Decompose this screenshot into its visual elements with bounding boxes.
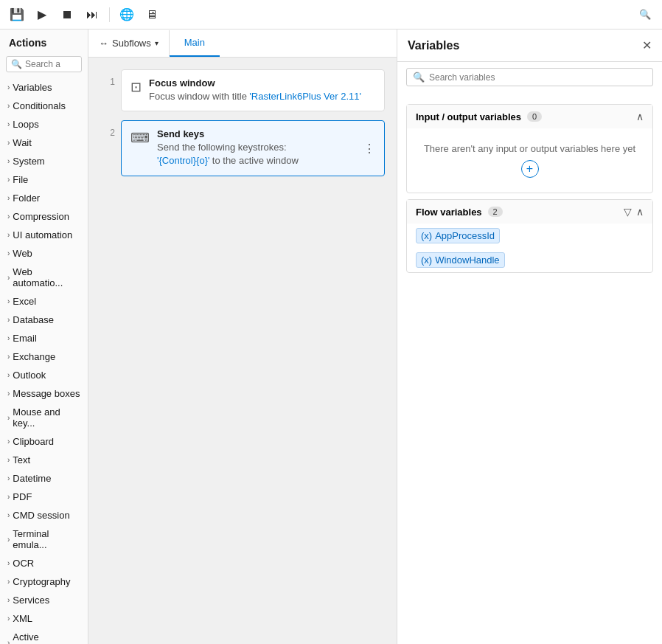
flow-step-1: 1 ⊡ Focus window Focus window with title… — [100, 69, 385, 111]
main-area: Actions 🔍 › Variables › Conditionals › L… — [0, 30, 662, 644]
desktop-button[interactable]: 🖥 — [141, 4, 163, 26]
flow-variable-item-1[interactable]: (x) AppProcessId — [407, 224, 652, 248]
sidebar-item-system[interactable]: › System — [0, 152, 88, 170]
chevron-icon: › — [7, 456, 10, 464]
input-output-title: Input / output variables — [416, 111, 521, 122]
sidebar-item-label: Outlook — [13, 370, 46, 381]
flow-variables-title: Flow variables — [416, 207, 482, 218]
toolbar-search-button[interactable]: 🔍 — [634, 4, 656, 26]
chevron-icon: › — [7, 231, 10, 239]
variables-search-box[interactable]: 🔍 — [406, 68, 653, 86]
input-output-section-header[interactable]: Input / output variables 0 ∧ — [407, 105, 652, 128]
sidebar-item-services[interactable]: › Services — [0, 591, 88, 609]
step-button[interactable]: ⏭ — [81, 4, 103, 26]
chevron-icon: › — [7, 274, 10, 282]
sidebar-item-label: Text — [13, 454, 30, 465]
chevron-icon: › — [7, 102, 10, 110]
sidebar-item-exchange[interactable]: › Exchange — [0, 347, 88, 366]
sidebar-item-cryptography[interactable]: › Cryptography — [0, 572, 88, 591]
sidebar-item-variables[interactable]: › Variables — [0, 78, 88, 97]
variables-search-input[interactable] — [429, 72, 647, 83]
chevron-icon: › — [7, 334, 10, 342]
sidebar-item-ocr[interactable]: › OCR — [0, 554, 88, 572]
sidebar-item-ui-automation[interactable]: › UI automation — [0, 226, 88, 244]
run-button[interactable]: ▶ — [31, 4, 53, 26]
sidebar-item-terminal[interactable]: › Terminal emula... — [0, 524, 88, 554]
step-desc-suffix-2: to the active window — [212, 155, 299, 166]
step-desc-prefix-2: Send the following keystrokes: — [157, 142, 287, 153]
sidebar-item-label: Services — [13, 595, 49, 606]
flow-variables-section-header[interactable]: Flow variables 2 ▽ ∧ — [407, 200, 652, 224]
sidebar-item-label: Terminal emula... — [13, 528, 82, 550]
variables-close-button[interactable]: ✕ — [642, 38, 652, 52]
browse-button[interactable]: 🌐 — [116, 4, 138, 26]
sidebar-item-compression[interactable]: › Compression — [0, 207, 88, 226]
flow-variable-prefix-1: (x) — [421, 230, 432, 241]
flow-variables-collapse-button[interactable]: ∧ — [636, 206, 644, 218]
chevron-icon: › — [7, 614, 10, 623]
stop-button[interactable]: ⏹ — [56, 4, 78, 26]
input-output-controls: ∧ — [636, 111, 644, 122]
chevron-icon: › — [7, 639, 10, 645]
subflows-icon: ↔ — [99, 38, 108, 49]
flow-variables-section: Flow variables 2 ▽ ∧ (x) AppProcessId — [406, 199, 653, 273]
sidebar-item-mouse-key[interactable]: › Mouse and key... — [0, 403, 88, 432]
step-menu-button[interactable]: ⋮ — [360, 139, 378, 156]
subflows-label: Subflows — [112, 38, 151, 49]
sidebar-item-active-directory[interactable]: › Active Director... — [0, 628, 88, 644]
sidebar-item-label: Loops — [13, 119, 38, 130]
sidebar-item-clipboard[interactable]: › Clipboard — [0, 432, 88, 451]
save-button[interactable]: 💾 — [6, 4, 28, 26]
sidebar-item-pdf[interactable]: › PDF — [0, 488, 88, 506]
input-output-empty-text: There aren't any input or output variabl… — [407, 128, 652, 193]
sidebar-item-label: Message boxes — [13, 388, 80, 399]
sidebar-item-outlook[interactable]: › Outlook — [0, 366, 88, 384]
sidebar-item-excel[interactable]: › Excel — [0, 292, 88, 311]
sidebar-item-wait[interactable]: › Wait — [0, 134, 88, 152]
sidebar-search-icon: 🔍 — [11, 59, 22, 69]
input-output-collapse-button[interactable]: ∧ — [636, 111, 644, 122]
add-variable-button[interactable]: + — [521, 160, 539, 178]
chevron-icon: › — [7, 493, 10, 501]
step-card-1[interactable]: ⊡ Focus window Focus window with title '… — [121, 69, 385, 111]
sidebar-item-email[interactable]: › Email — [0, 329, 88, 347]
sidebar-item-label: OCR — [13, 558, 34, 569]
sidebar-item-conditionals[interactable]: › Conditionals — [0, 97, 88, 115]
sidebar-item-label: Compression — [13, 211, 69, 222]
sidebar-search-box[interactable]: 🔍 — [6, 56, 82, 72]
sidebar-item-xml[interactable]: › XML — [0, 609, 88, 628]
chevron-icon: › — [7, 353, 10, 361]
sidebar-item-file[interactable]: › File — [0, 170, 88, 189]
sidebar-item-label: Web automatio... — [13, 266, 82, 288]
flow-variables-filter-button[interactable]: ▽ — [624, 206, 632, 218]
sidebar-item-label: Folder — [13, 193, 40, 204]
chevron-icon: › — [7, 297, 10, 305]
sidebar-item-web[interactable]: › Web — [0, 244, 88, 263]
sidebar-item-text[interactable]: › Text — [0, 451, 88, 469]
chevron-icon: › — [7, 83, 10, 91]
sidebar-item-datetime[interactable]: › Datetime — [0, 469, 88, 488]
sidebar-item-folder[interactable]: › Folder — [0, 189, 88, 207]
input-output-title-area: Input / output variables 0 — [416, 111, 542, 122]
send-keys-icon: ⌨ — [130, 128, 150, 146]
sidebar-item-loops[interactable]: › Loops — [0, 115, 88, 134]
tab-subflows[interactable]: ↔ Subflows ▾ — [88, 30, 170, 56]
chevron-icon: › — [7, 437, 10, 446]
sidebar-item-label: Exchange — [13, 351, 55, 362]
canvas-area: ↔ Subflows ▾ Main 1 ⊡ Focus window Focus… — [88, 30, 397, 644]
sidebar-title: Actions — [0, 30, 88, 53]
step-desc-1: Focus window with title 'RasterLink6Plus… — [149, 90, 375, 103]
step-card-2[interactable]: ⌨ Send keys Send the following keystroke… — [121, 120, 385, 176]
flow-variable-item-2[interactable]: (x) WindowHandle — [407, 248, 652, 272]
sidebar-search-input[interactable] — [25, 59, 77, 69]
variables-search-icon: 🔍 — [413, 72, 425, 83]
sidebar-item-message-boxes[interactable]: › Message boxes — [0, 384, 88, 403]
sidebar-item-web-automation[interactable]: › Web automatio... — [0, 263, 88, 292]
chevron-icon: › — [7, 371, 10, 379]
subflows-dropdown-icon: ▾ — [155, 39, 158, 47]
chevron-icon: › — [7, 176, 10, 184]
sidebar-item-database[interactable]: › Database — [0, 311, 88, 329]
sidebar-item-cmd-session[interactable]: › CMD session — [0, 506, 88, 524]
tab-main[interactable]: Main — [170, 30, 220, 57]
toolbar: 💾 ▶ ⏹ ⏭ 🌐 🖥 🔍 — [0, 0, 662, 30]
